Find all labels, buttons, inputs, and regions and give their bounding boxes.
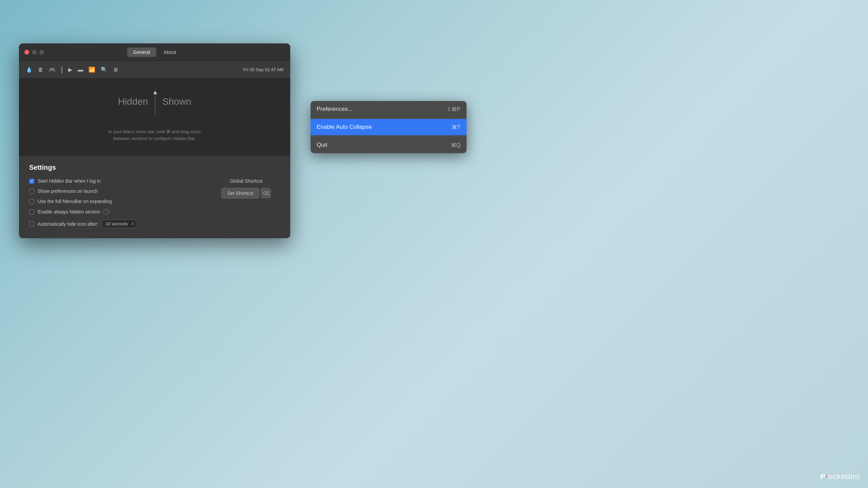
maximize-button[interactable] [39,50,44,55]
divider-line [155,94,155,114]
diagram-area: Hidden ▲ Shown In your Mac's menu bar, h… [19,79,290,155]
menu-separator-1 [311,118,467,118]
settings-title: Settings [29,164,280,171]
menubar-icon-trash: 🗑 [38,67,43,73]
checkbox-hidden-section[interactable] [29,209,34,215]
menubar-icon-search: 🔍 [101,66,107,73]
checkbox-prefs[interactable] [29,189,34,194]
checkbox-login[interactable] [29,179,34,184]
watermark-p: P [820,472,825,481]
shortcut-button-row: Set Shortcut ⌫ [221,188,271,199]
checkbox-row-prefs: Show preferences on launch [29,188,199,194]
title-bar: General About [19,43,290,61]
menu-shortcut-quit: ⌘Q [451,142,460,148]
menubar-time: Fri 20 Sep 01:47 AM [243,67,283,72]
checkbox-row-fullmenu: Use the full MenuBar on expanding [29,199,199,204]
checkbox-autohide[interactable] [29,221,34,226]
tab-general[interactable]: General [127,47,156,57]
auto-hide-dropdown[interactable]: 10 seconds ⬍ [102,220,137,228]
checkbox-label-login: Start Hidden Bar when I log in [38,178,101,184]
hidden-shown-labels: Hidden ▲ Shown [107,89,202,114]
menu-label-auto-collapse: Enable Auto Collapse [317,124,372,130]
menubar-icon-display: 🖥 [113,67,118,73]
checkbox-row-hidden-section: Enable always hidden section ? [29,209,199,215]
traffic-lights [24,50,44,55]
menubar-icon-droplet: 💧 [26,66,33,73]
menu-shortcut-preferences: ⇧⌘P [447,106,460,113]
menu-shortcut-auto-collapse: ⌘T [452,124,460,130]
menu-label-quit: Quit [317,142,327,148]
menubar-preview: 💧 🗑 🎮 | ▶ ▬ 📶 🔍 🖥 Fri 20 Sep 01:47 AM [19,61,290,79]
settings-right: Global Shortcut Set Shortcut ⌫ [212,178,280,228]
menubar-icon-gamepad: 🎮 [49,66,56,73]
menu-label-preferences: Preferences... [317,106,353,113]
auto-hide-value: 10 seconds [105,221,128,226]
menubar-icon-arrow: ▶ [68,66,72,73]
menu-item-auto-collapse[interactable]: Enable Auto Collapse ⌘T [311,119,467,135]
menu-item-preferences[interactable]: Preferences... ⇧⌘P [311,101,467,117]
menubar-icon-battery: ▬ [78,67,83,73]
menubar-divider-icon: | [61,66,63,74]
minimize-button[interactable] [32,50,37,55]
cursor-line [325,87,326,102]
auto-hide-row: Automatically hide icon after: 10 second… [29,220,199,228]
instruction-text: In your Mac's menu bar, hold ⌘ and drag … [95,124,214,148]
help-icon[interactable]: ? [103,209,110,215]
menubar-icon-wifi: 📶 [88,66,95,73]
tab-bar: General About [127,47,182,57]
close-button[interactable] [24,50,29,55]
watermark: P·ocketlint [820,472,860,481]
checkbox-row-login: Start Hidden Bar when I log in [29,178,199,184]
menu-separator-2 [311,136,467,136]
dropdown-arrow-icon: ⬍ [131,222,134,226]
set-shortcut-button[interactable]: Set Shortcut [221,188,259,199]
settings-section: Settings Start Hidden Bar when I log in … [19,155,290,238]
auto-hide-label: Automatically hide icon after: [38,221,98,227]
global-shortcut-label: Global Shortcut [230,178,263,184]
menu-item-quit[interactable]: Quit ⌘Q [311,137,467,153]
checkbox-label-prefs: Show preferences on launch [38,188,98,194]
hidden-label: Hidden [118,96,148,107]
watermark-text: ocketlint [828,472,860,481]
context-menu: Preferences... ⇧⌘P Enable Auto Collapse … [311,101,467,153]
settings-body: Start Hidden Bar when I log in Show pref… [29,178,280,228]
checkbox-fullmenu[interactable] [29,199,34,204]
shortcut-clear-button[interactable]: ⌫ [261,188,271,198]
shown-label: Shown [162,96,191,107]
checkbox-label-fullmenu: Use the full MenuBar on expanding [38,199,112,204]
checkbox-label-hidden-section: Enable always hidden section [38,209,100,215]
divider-arrow: ▲ [152,89,158,114]
main-window: General About 💧 🗑 🎮 | ▶ ▬ 📶 🔍 🖥 Fri 20 S… [19,43,290,238]
tab-about[interactable]: About [158,47,182,57]
settings-left: Start Hidden Bar when I log in Show pref… [29,178,199,228]
